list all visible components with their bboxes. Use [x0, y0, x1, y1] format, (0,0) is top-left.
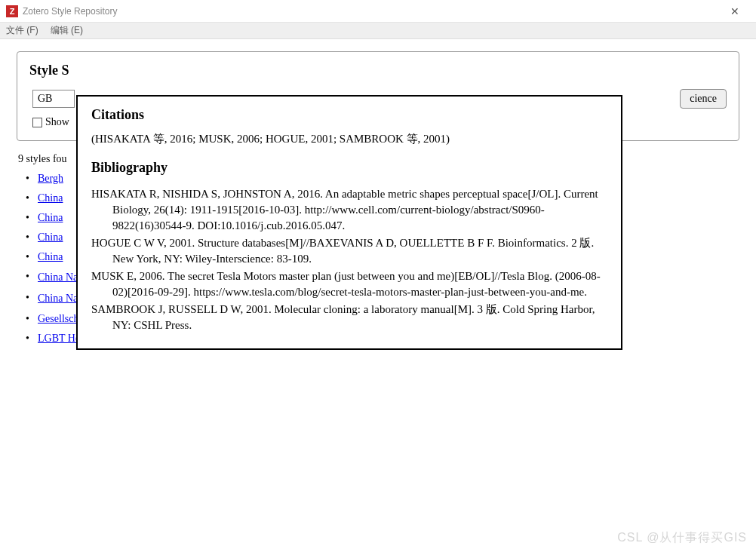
menu-file[interactable]: 文件 (F)	[6, 24, 38, 37]
show-checkbox[interactable]	[32, 118, 42, 127]
menu-edit[interactable]: 编辑 (E)	[51, 24, 83, 37]
style-link[interactable]: China	[38, 232, 63, 243]
bib-entry: SAMBROOK J, RUSSELL D W, 2001. Molecular…	[91, 302, 607, 333]
show-checkbox-label: Show	[45, 116, 69, 128]
style-link[interactable]: China	[38, 212, 63, 223]
content-area: Style S cience Show 9 styles fou Bergh C…	[0, 39, 756, 364]
watermark: CSL @从什事得买GIS	[617, 530, 747, 546]
bib-entry: HOGUE C W V, 2001. Structure databases[M…	[91, 235, 607, 267]
preview-popup: Citations (HISAKATA 等, 2016; MUSK, 2006;…	[76, 95, 622, 350]
bib-entry: MUSK E, 2006. The secret Tesla Motors ma…	[91, 268, 607, 300]
bib-entry: HISAKATA R, NISHIDA S, JOHNSTON A, 2016.…	[91, 186, 607, 234]
citations-heading: Citations	[91, 107, 607, 123]
style-link[interactable]: China	[38, 251, 63, 262]
window-title: Zotero Style Repository	[23, 6, 720, 17]
search-input[interactable]	[32, 90, 75, 108]
citations-text: (HISAKATA 等, 2016; MUSK, 2006; HOGUE, 20…	[91, 132, 607, 146]
search-panel-title: Style S	[29, 63, 727, 78]
style-link[interactable]: Bergh	[38, 173, 63, 184]
close-icon: ✕	[730, 5, 739, 17]
app-icon: Z	[6, 5, 18, 17]
format-button[interactable]: cience	[680, 89, 727, 109]
menubar: 文件 (F) 编辑 (E)	[0, 23, 756, 39]
close-button[interactable]: ✕	[720, 0, 750, 23]
bibliography-heading: Bibliography	[91, 160, 607, 176]
titlebar: Z Zotero Style Repository ✕	[0, 0, 756, 23]
style-link[interactable]: China	[38, 192, 63, 204]
